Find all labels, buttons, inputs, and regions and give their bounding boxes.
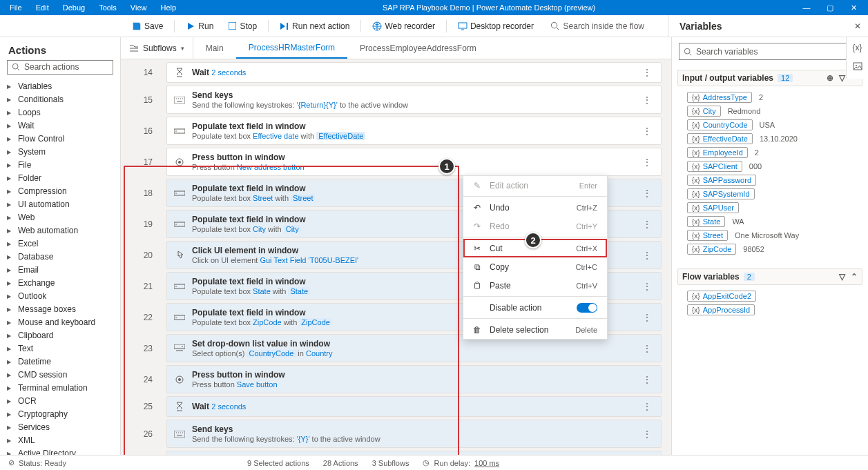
step-card[interactable]: Press button in windowPress button Save … <box>166 365 662 393</box>
category-compression[interactable]: ▶Compression <box>0 185 120 198</box>
category-wait[interactable]: ▶Wait <box>0 119 120 133</box>
variables-search[interactable]: Search variables <box>679 43 861 60</box>
category-services[interactable]: ▶Services <box>0 421 120 434</box>
more-icon[interactable]: ⋮ <box>640 282 654 291</box>
more-icon[interactable]: ⋮ <box>640 313 654 322</box>
category-email[interactable]: ▶Email <box>0 264 120 277</box>
ctx-copy[interactable]: ⧉CopyCtrl+C <box>463 257 607 276</box>
more-icon[interactable]: ⋮ <box>640 95 654 105</box>
chevron-up-icon[interactable]: ⌃ <box>851 272 858 282</box>
menu-file[interactable]: File <box>3 1 29 14</box>
images-gutter-icon[interactable] <box>853 62 862 70</box>
actions-search[interactable]: Search actions <box>7 60 113 75</box>
menu-edit[interactable]: Edit <box>29 1 56 14</box>
io-var-street[interactable]: {x}StreetOne Microsoft Way <box>687 230 862 241</box>
category-xml[interactable]: ▶XML <box>0 434 120 447</box>
category-exchange[interactable]: ▶Exchange <box>0 277 120 290</box>
step-card[interactable]: Send keysSend the following keystrokes: … <box>166 420 662 448</box>
io-var-city[interactable]: {x}CityRedmond <box>687 106 862 117</box>
io-var-zipcode[interactable]: {x}ZipCode98052 <box>687 244 862 255</box>
category-conditionals[interactable]: ▶Conditionals <box>0 93 120 106</box>
tab-main[interactable]: Main <box>193 37 236 59</box>
category-terminal-emulation[interactable]: ▶Terminal emulation <box>0 382 120 395</box>
io-var-sapclient[interactable]: {x}SAPClient000 <box>687 161 862 172</box>
category-system[interactable]: ▶System <box>0 146 120 159</box>
flow-var-appexitcode2[interactable]: {x}AppExitCode2 <box>687 291 862 302</box>
step-card[interactable]: Populate text field in windowPopulate te… <box>166 117 662 145</box>
flow-vars-header[interactable]: Flow variables 2 ▽ ⌃ <box>677 268 862 285</box>
category-outlook[interactable]: ▶Outlook <box>0 290 120 303</box>
desktop-recorder-button[interactable]: Desktop recorder <box>452 19 539 33</box>
filter-icon[interactable]: ▽ <box>839 73 845 83</box>
stop-button[interactable]: Stop <box>222 19 262 33</box>
category-flow-control[interactable]: ▶Flow Control <box>0 133 120 146</box>
io-var-sapuser[interactable]: {x}SAPUser <box>687 202 862 213</box>
category-clipboard[interactable]: ▶Clipboard <box>0 329 120 342</box>
run-button[interactable]: Run <box>180 19 219 33</box>
io-var-effectivedate[interactable]: {x}EffectiveDate13.10.2020 <box>687 133 862 144</box>
flow-search[interactable]: Search inside the flow <box>550 21 665 31</box>
variables-gutter-icon[interactable]: {x} <box>852 43 862 52</box>
category-variables[interactable]: ▶Variables <box>0 80 120 93</box>
io-var-addresstype[interactable]: {x}AddressType2 <box>687 92 862 103</box>
web-recorder-button[interactable]: Web recorder <box>367 19 440 33</box>
category-excel[interactable]: ▶Excel <box>0 237 120 251</box>
subflows-dropdown[interactable]: Subflows ▾ <box>121 37 193 59</box>
menu-view[interactable]: View <box>124 1 154 14</box>
step-card[interactable]: Wait 2 seconds⋮ <box>166 62 662 83</box>
run-delay-value[interactable]: 100 ms <box>474 459 499 467</box>
more-icon[interactable]: ⋮ <box>640 219 654 229</box>
minimize-button[interactable]: — <box>795 3 818 12</box>
menu-help[interactable]: Help <box>153 1 183 14</box>
more-icon[interactable]: ⋮ <box>640 429 654 439</box>
more-icon[interactable]: ⋮ <box>640 251 654 260</box>
io-var-countrycode[interactable]: {x}CountryCodeUSA <box>687 119 862 130</box>
ctx-disable[interactable]: Disable action <box>463 298 607 317</box>
step-card[interactable]: Press button in windowPress button Gui B… <box>166 451 662 455</box>
filter-icon[interactable]: ▽ <box>839 272 845 282</box>
save-button[interactable]: Save <box>126 19 168 33</box>
category-file[interactable]: ▶File <box>0 159 120 172</box>
category-cmd-session[interactable]: ▶CMD session <box>0 369 120 382</box>
category-text[interactable]: ▶Text <box>0 342 120 355</box>
tab-processhrmasterform[interactable]: ProcessHRMasterForm <box>236 37 347 59</box>
category-database[interactable]: ▶Database <box>0 251 120 264</box>
more-icon[interactable]: ⋮ <box>640 157 654 167</box>
menu-tools[interactable]: Tools <box>92 1 124 14</box>
ctx-delete[interactable]: 🗑︎Delete selectionDelete <box>463 320 607 339</box>
io-var-sappassword[interactable]: {x}SAPPassword <box>687 175 862 186</box>
category-web[interactable]: ▶Web <box>0 211 120 224</box>
category-ui-automation[interactable]: ▶UI automation <box>0 198 120 211</box>
ctx-undo[interactable]: ↶UndoCtrl+Z <box>463 198 607 217</box>
more-icon[interactable]: ⋮ <box>640 375 654 384</box>
category-datetime[interactable]: ▶Datetime <box>0 355 120 369</box>
io-var-employeeid[interactable]: {x}EmployeeId2 <box>687 147 862 158</box>
step-card[interactable]: Wait 2 seconds⋮ <box>166 396 662 417</box>
ctx-paste[interactable]: 📋︎PasteCtrl+V <box>463 276 607 295</box>
step-card[interactable]: Send keysSend the following keystrokes: … <box>166 86 662 114</box>
category-folder[interactable]: ▶Folder <box>0 172 120 185</box>
maximize-button[interactable]: ▢ <box>818 3 842 12</box>
category-ocr[interactable]: ▶OCR <box>0 395 120 408</box>
add-icon[interactable]: ⊕ <box>827 73 833 83</box>
more-icon[interactable]: ⋮ <box>640 344 654 353</box>
step-card[interactable]: Press button in windowPress button New a… <box>166 148 662 176</box>
flow-var-appprocessid[interactable]: {x}AppProcessId <box>687 304 862 315</box>
category-active-directory[interactable]: ▶Active Directory <box>0 447 120 455</box>
more-icon[interactable]: ⋮ <box>640 68 654 77</box>
more-icon[interactable]: ⋮ <box>640 188 654 198</box>
category-mouse-and-keyboard[interactable]: ▶Mouse and keyboard <box>0 316 120 329</box>
category-message-boxes[interactable]: ▶Message boxes <box>0 303 120 316</box>
toggle-switch[interactable] <box>577 303 597 313</box>
close-button[interactable]: ✕ <box>842 3 865 12</box>
tab-processemployeeaddressform[interactable]: ProcessEmployeeAddressForm <box>347 37 489 59</box>
io-var-state[interactable]: {x}StateWA <box>687 216 862 227</box>
io-var-sapsystemid[interactable]: {x}SAPSystemId <box>687 188 862 199</box>
io-vars-header[interactable]: Input / output variables 12 ⊕ ▽ ⌃ <box>677 70 862 86</box>
menu-debug[interactable]: Debug <box>56 1 92 14</box>
category-cryptography[interactable]: ▶Cryptography <box>0 408 120 421</box>
close-variables-icon[interactable]: ✕ <box>854 21 861 31</box>
category-web-automation[interactable]: ▶Web automation <box>0 224 120 237</box>
more-icon[interactable]: ⋮ <box>640 402 654 411</box>
category-loops[interactable]: ▶Loops <box>0 106 120 119</box>
